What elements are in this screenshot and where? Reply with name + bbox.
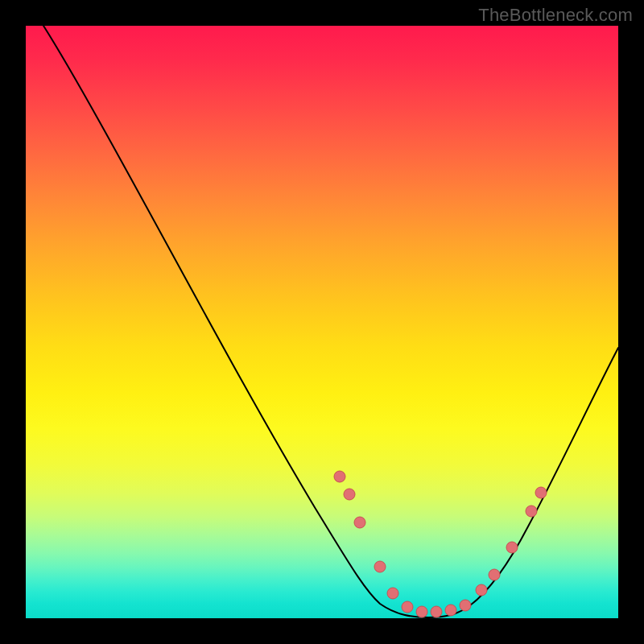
curve-marker [535,487,547,498]
curve-marker [489,569,500,580]
curve-marker [445,605,456,616]
curve-marker [344,489,355,500]
curve-svg [26,26,618,618]
curve-marker [354,517,365,528]
watermark-text: TheBottleneck.com [478,5,633,26]
curve-marker [387,588,398,599]
plot-area [26,26,618,618]
curve-marker [526,506,537,517]
curve-marker [416,606,427,617]
curve-marker [374,561,386,572]
curve-marker [334,471,345,482]
curve-marker [402,601,413,613]
curve-marker [460,600,471,611]
chart-frame: TheBottleneck.com [0,0,644,644]
curve-marker [476,584,487,596]
bottleneck-curve [43,26,618,617]
curve-marker [506,542,518,553]
curve-marker [431,606,442,617]
marker-group [334,471,547,617]
